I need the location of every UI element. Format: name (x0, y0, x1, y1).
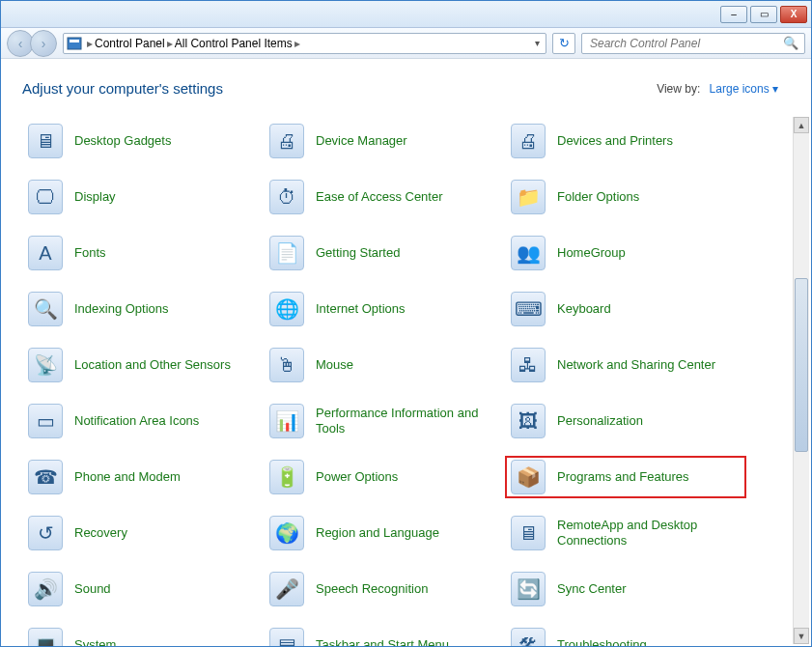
minimize-button[interactable]: – (720, 6, 747, 23)
item-system[interactable]: 💻System (22, 624, 264, 646)
page-title: Adjust your computer's settings (22, 80, 223, 97)
refresh-button[interactable]: ↻ (552, 33, 575, 54)
item-devices-and-printers[interactable]: 🖨Devices and Printers (505, 120, 746, 162)
item-label: Device Manager (316, 133, 407, 149)
view-by-dropdown[interactable]: Large icons ▾ (710, 82, 778, 96)
item-homegroup[interactable]: 👥HomeGroup (505, 232, 746, 274)
item-label: Speech Recognition (316, 581, 428, 597)
notification-area-icons-icon: ▭ (28, 404, 63, 438)
item-keyboard[interactable]: ⌨Keyboard (505, 288, 746, 330)
device-manager-icon: 🖨 (269, 124, 304, 158)
control-panel-icon (66, 36, 83, 51)
chevron-right-icon: ▸ (294, 37, 300, 50)
item-label: Personalization (557, 413, 643, 429)
content-header: Adjust your computer's settings View by:… (22, 80, 778, 97)
programs-and-features-icon: 📦 (511, 460, 546, 494)
item-performance-information-and-tools[interactable]: 📊Performance Information and Tools (264, 400, 505, 442)
search-icon: 🔍 (783, 36, 798, 50)
breadcrumb-root[interactable]: Control Panel (95, 37, 165, 50)
item-label: Folder Options (557, 189, 639, 205)
scroll-down-icon[interactable]: ▼ (794, 628, 809, 644)
item-sync-center[interactable]: 🔄Sync Center (505, 568, 746, 610)
item-label: HomeGroup (557, 245, 626, 261)
address-bar[interactable]: ▸ Control Panel ▸ All Control Panel Item… (63, 33, 546, 54)
item-phone-and-modem[interactable]: ☎Phone and Modem (22, 456, 264, 498)
chevron-right-icon: ▸ (87, 37, 93, 50)
item-label: Display (74, 189, 116, 205)
mouse-icon: 🖱 (269, 348, 304, 382)
item-label: Network and Sharing Center (557, 357, 715, 373)
power-options-icon: 🔋 (269, 460, 304, 494)
item-device-manager[interactable]: 🖨Device Manager (264, 120, 505, 162)
ease-of-access-center-icon: ⏱ (269, 180, 304, 214)
item-personalization[interactable]: 🖼Personalization (505, 400, 746, 442)
item-label: Sync Center (557, 581, 627, 597)
item-label: Desktop Gadgets (74, 133, 171, 149)
item-region-and-language[interactable]: 🌍Region and Language (264, 512, 505, 554)
navbar: ‹ › ▸ Control Panel ▸ All Control Panel … (1, 28, 811, 59)
item-remoteapp-and-desktop-connections[interactable]: 🖥RemoteApp and Desktop Connections (505, 512, 746, 554)
desktop-gadgets-icon: 🖥 (28, 124, 63, 158)
item-label: Internet Options (316, 301, 406, 317)
item-label: Indexing Options (74, 301, 169, 317)
item-sound[interactable]: 🔊Sound (22, 568, 264, 610)
item-desktop-gadgets[interactable]: 🖥Desktop Gadgets (22, 120, 264, 162)
maximize-button[interactable]: ▭ (750, 6, 777, 23)
address-dropdown-icon[interactable]: ▾ (531, 38, 544, 48)
item-taskbar-and-start-menu[interactable]: ▤Taskbar and Start Menu (264, 624, 505, 646)
performance-information-and-tools-icon: 📊 (269, 404, 304, 438)
taskbar-and-start-menu-icon: ▤ (269, 628, 304, 646)
scroll-track[interactable] (794, 133, 809, 628)
scrollbar[interactable]: ▲ ▼ (793, 117, 809, 644)
item-label: Devices and Printers (557, 133, 673, 149)
item-network-and-sharing-center[interactable]: 🖧Network and Sharing Center (505, 344, 746, 386)
view-by-label: View by: (657, 82, 700, 96)
item-notification-area-icons[interactable]: ▭Notification Area Icons (22, 400, 264, 442)
search-input[interactable] (588, 36, 783, 51)
item-display[interactable]: 🖵Display (22, 176, 264, 218)
item-label: Location and Other Sensors (74, 357, 231, 373)
location-and-other-sensors-icon: 📡 (28, 348, 63, 382)
item-indexing-options[interactable]: 🔍Indexing Options (22, 288, 264, 330)
item-programs-and-features[interactable]: 📦Programs and Features (505, 456, 746, 498)
content-area: Adjust your computer's settings View by:… (1, 59, 811, 646)
item-label: Taskbar and Start Menu (316, 637, 449, 646)
search-box[interactable]: 🔍 (581, 33, 805, 54)
view-by: View by: Large icons ▾ (657, 82, 778, 96)
close-button[interactable]: X (780, 6, 807, 23)
item-troubleshooting[interactable]: 🛠Troubleshooting (505, 624, 746, 646)
item-location-and-other-sensors[interactable]: 📡Location and Other Sensors (22, 344, 264, 386)
svg-rect-0 (68, 38, 81, 49)
forward-button[interactable]: › (30, 30, 57, 57)
item-speech-recognition[interactable]: 🎤Speech Recognition (264, 568, 505, 610)
item-mouse[interactable]: 🖱Mouse (264, 344, 505, 386)
item-ease-of-access-center[interactable]: ⏱Ease of Access Center (264, 176, 505, 218)
titlebar: – ▭ X (1, 1, 811, 28)
item-recovery[interactable]: ↺Recovery (22, 512, 264, 554)
item-power-options[interactable]: 🔋Power Options (264, 456, 505, 498)
item-label: Getting Started (316, 245, 400, 261)
speech-recognition-icon: 🎤 (269, 572, 304, 606)
item-folder-options[interactable]: 📁Folder Options (505, 176, 746, 218)
item-label: Region and Language (316, 525, 439, 541)
chevron-right-icon: ▸ (167, 37, 173, 50)
item-label: Ease of Access Center (316, 189, 443, 205)
network-and-sharing-center-icon: 🖧 (511, 348, 546, 382)
scroll-up-icon[interactable]: ▲ (794, 117, 809, 133)
fonts-icon: A (28, 236, 63, 270)
remoteapp-and-desktop-connections-icon: 🖥 (511, 516, 546, 550)
items-grid: 🖥Desktop Gadgets🖨Device Manager🖨Devices … (22, 120, 778, 646)
nav-back-forward: ‹ › (7, 30, 57, 57)
troubleshooting-icon: 🛠 (511, 628, 546, 646)
item-internet-options[interactable]: 🌐Internet Options (264, 288, 505, 330)
scroll-thumb[interactable] (795, 278, 808, 452)
control-panel-window: – ▭ X ‹ › ▸ Control Panel ▸ All Control … (0, 0, 812, 647)
item-label: Phone and Modem (74, 469, 181, 485)
item-label: Performance Information and Tools (316, 406, 499, 437)
item-label: System (74, 637, 116, 646)
item-getting-started[interactable]: 📄Getting Started (264, 232, 505, 274)
item-fonts[interactable]: AFonts (22, 232, 264, 274)
item-label: Recovery (74, 525, 127, 541)
personalization-icon: 🖼 (511, 404, 546, 438)
breadcrumb-current[interactable]: All Control Panel Items (175, 37, 293, 50)
